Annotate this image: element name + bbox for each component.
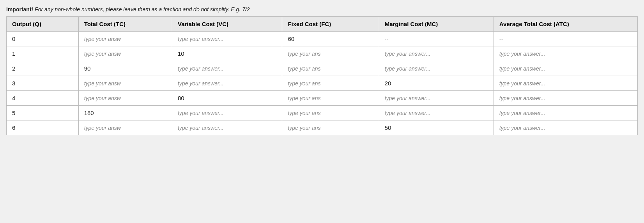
cell-mc-row-2[interactable]: type your answer... [379,61,494,76]
header-vc: Variable Cost (VC) [172,17,282,32]
header-atc: Average Total Cost (ATC) [494,17,637,32]
notice-important: Important! [6,6,33,12]
table-row: 5180type your answer...type your anstype… [7,106,638,120]
cell-tc-row-3[interactable]: type your answ [78,76,172,91]
cell-output-row-6: 6 [7,120,79,135]
cell-tc-row-1[interactable]: type your answ [78,46,172,61]
cell-mc-row-4[interactable]: type your answer... [379,91,494,106]
cell-vc-row-6[interactable]: type your answer... [172,120,282,135]
cell-mc-row-6: 50 [379,120,494,135]
table-row: 290type your answer...type your anstype … [7,61,638,76]
cell-tc-row-5: 180 [78,106,172,120]
cell-fc-row-4[interactable]: type your ans [282,91,379,106]
cell-mc-row-3: 20 [379,76,494,91]
table-row: 3type your answtype your answer...type y… [7,76,638,91]
cell-fc-row-1[interactable]: type your ans [282,46,379,61]
cell-atc-row-6[interactable]: type your answer... [494,120,637,135]
cell-vc-row-3[interactable]: type your answer... [172,76,282,91]
header-output: Output (Q) [7,17,79,32]
cost-table: Output (Q) Total Cost (TC) Variable Cost… [6,16,638,135]
table-header-row: Output (Q) Total Cost (TC) Variable Cost… [7,17,638,32]
cell-output-row-2: 2 [7,61,79,76]
cell-mc-row-5[interactable]: type your answer... [379,106,494,120]
table-row: 1type your answ10type your anstype your … [7,46,638,61]
cell-output-row-4: 4 [7,91,79,106]
cell-fc-row-2[interactable]: type your ans [282,61,379,76]
table-row: 4type your answ80type your anstype your … [7,91,638,106]
cell-output-row-1: 1 [7,46,79,61]
cell-mc-row-0: -- [379,32,494,46]
cell-vc-row-5[interactable]: type your answer... [172,106,282,120]
header-fc: Fixed Cost (FC) [282,17,379,32]
table-row: 0type your answtype your answer...60---- [7,32,638,46]
cell-atc-row-2[interactable]: type your answer... [494,61,637,76]
cell-output-row-5: 5 [7,106,79,120]
cell-vc-row-4: 80 [172,91,282,106]
cell-tc-row-0[interactable]: type your answ [78,32,172,46]
cell-atc-row-0: -- [494,32,637,46]
cell-output-row-0: 0 [7,32,79,46]
header-mc: Marginal Cost (MC) [379,17,494,32]
cell-atc-row-5[interactable]: type your answer... [494,106,637,120]
header-tc: Total Cost (TC) [78,17,172,32]
cell-vc-row-0[interactable]: type your answer... [172,32,282,46]
cell-atc-row-3[interactable]: type your answer... [494,76,637,91]
cell-fc-row-6[interactable]: type your ans [282,120,379,135]
cell-fc-row-0: 60 [282,32,379,46]
cell-vc-row-1: 10 [172,46,282,61]
cell-mc-row-1[interactable]: type your answer... [379,46,494,61]
cell-output-row-3: 3 [7,76,79,91]
cell-vc-row-2[interactable]: type your answer... [172,61,282,76]
cell-fc-row-3[interactable]: type your ans [282,76,379,91]
cell-tc-row-4[interactable]: type your answ [78,91,172,106]
cell-atc-row-4[interactable]: type your answer... [494,91,637,106]
cell-tc-row-6[interactable]: type your answ [78,120,172,135]
notice-text: Important! For any non-whole numbers, pl… [6,6,638,12]
table-row: 6type your answtype your answer...type y… [7,120,638,135]
cell-atc-row-1[interactable]: type your answer... [494,46,637,61]
cell-fc-row-5[interactable]: type your ans [282,106,379,120]
cell-tc-row-2: 90 [78,61,172,76]
